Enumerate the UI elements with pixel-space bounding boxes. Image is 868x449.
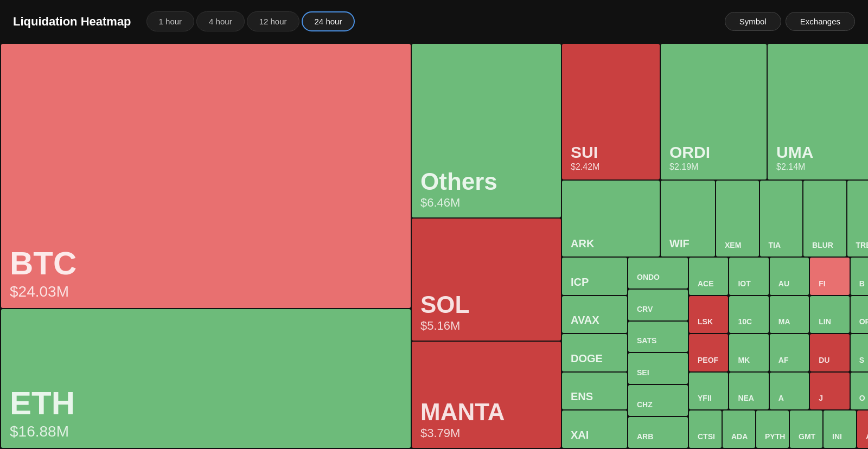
a-cell[interactable]: A — [770, 373, 809, 410]
xai-label: XAI — [571, 429, 618, 440]
af-label: AF — [778, 356, 800, 364]
au-cell[interactable]: AU — [770, 258, 809, 295]
fi-label: FI — [819, 280, 840, 287]
others-label: Others — [420, 170, 552, 194]
mk-label: MK — [738, 356, 760, 364]
ordi-value: $2.19M — [669, 162, 758, 172]
wif-cell[interactable]: WIF — [661, 181, 715, 256]
wif-label: WIF — [669, 238, 706, 249]
ordi-label: ORDI — [669, 144, 758, 161]
symbol-button[interactable]: Symbol — [725, 12, 781, 31]
avax-cell[interactable]: AVAX — [562, 296, 627, 333]
op-label: OP — [859, 318, 868, 325]
ondo-cell[interactable]: ONDO — [628, 258, 688, 288]
sol-cell[interactable]: SOL $5.16M — [412, 219, 561, 341]
eth-label: ETH — [10, 387, 402, 420]
blur-cell[interactable]: BLUR — [803, 181, 846, 256]
lin-cell[interactable]: LIN — [810, 296, 849, 333]
ace-cell[interactable]: ACE — [689, 258, 728, 295]
uma-cell[interactable]: UMA $2.14M — [768, 44, 868, 179]
tab-12hour[interactable]: 12 hour — [247, 11, 299, 31]
ens-label: ENS — [571, 391, 618, 402]
xem-cell[interactable]: XEM — [716, 181, 759, 256]
nea-label: NEA — [738, 394, 760, 402]
fi-cell[interactable]: FI — [810, 258, 849, 295]
icp-label: ICP — [571, 277, 618, 287]
b-cell[interactable]: B — [851, 258, 868, 295]
ma-label: MA — [778, 318, 800, 325]
peof-cell[interactable]: PEOF — [689, 334, 728, 371]
ada-cell[interactable]: ADA — [723, 410, 755, 448]
sats-cell[interactable]: SATS — [628, 322, 688, 352]
toc-cell[interactable]: 10C — [729, 296, 768, 333]
btc-label: BTC — [10, 247, 402, 280]
a-label: A — [778, 394, 800, 402]
nea-cell[interactable]: NEA — [729, 373, 768, 410]
ctsi-cell[interactable]: CTSI — [689, 410, 722, 448]
xai-cell[interactable]: XAI — [562, 410, 627, 448]
o-cell[interactable]: O — [851, 373, 868, 410]
peof-label: PEOF — [698, 356, 719, 364]
iot-label: IOT — [738, 280, 760, 287]
sol-label: SOL — [420, 293, 552, 317]
ace-label: ACE — [698, 280, 719, 287]
lin-label: LIN — [819, 318, 840, 325]
gmt-label: GMT — [799, 433, 814, 440]
ax-label: AX — [866, 433, 868, 440]
chz-cell[interactable]: CHZ — [628, 385, 688, 416]
yfii-cell[interactable]: YFII — [689, 373, 728, 410]
tia-label: TIA — [769, 241, 794, 249]
mk-cell[interactable]: MK — [729, 334, 768, 371]
others-cell[interactable]: Others $6.46M — [412, 44, 561, 217]
op-cell[interactable]: OP — [851, 296, 868, 333]
avax-label: AVAX — [571, 315, 618, 325]
sol-value: $5.16M — [420, 319, 552, 333]
ark-cell[interactable]: ARK — [562, 181, 660, 256]
pyth-cell[interactable]: PYTH — [756, 410, 789, 448]
ma-cell[interactable]: MA — [770, 296, 809, 333]
sui-label: SUI — [571, 144, 651, 161]
tab-4hour[interactable]: 4 hour — [196, 11, 245, 31]
sui-cell[interactable]: SUI $2.42M — [562, 44, 660, 179]
page-title: Liquidation Heatmap — [13, 15, 131, 29]
j-label: J — [819, 394, 840, 402]
left-column: BTC $24.03M ETH $16.88M — [1, 44, 411, 448]
uma-value: $2.14M — [776, 162, 868, 172]
crv-cell[interactable]: CRV — [628, 290, 688, 320]
eth-cell[interactable]: ETH $16.88M — [1, 309, 411, 448]
ax-cell[interactable]: AX — [857, 410, 868, 448]
doge-cell[interactable]: DOGE — [562, 334, 627, 371]
crv-label: CRV — [637, 305, 679, 313]
tab-1hour[interactable]: 1 hour — [146, 11, 195, 31]
ini-label: INI — [832, 433, 847, 440]
blur-label: BLUR — [812, 241, 838, 249]
sei-cell[interactable]: SEI — [628, 353, 688, 384]
doge-label: DOGE — [571, 353, 618, 364]
iot-cell[interactable]: IOT — [729, 258, 768, 295]
tab-24hour[interactable]: 24 hour — [302, 11, 355, 31]
lsk-cell[interactable]: LSK — [689, 296, 728, 333]
ondo-label: ONDO — [637, 273, 679, 281]
icp-cell[interactable]: ICP — [562, 258, 627, 295]
manta-cell[interactable]: MANTA $3.79M — [412, 342, 561, 448]
right-buttons: Symbol Exchanges — [725, 12, 855, 31]
gmt-cell[interactable]: GMT — [790, 410, 822, 448]
exchanges-button[interactable]: Exchanges — [786, 12, 855, 31]
sui-value: $2.42M — [571, 162, 651, 172]
du-label: DU — [819, 356, 840, 364]
s-cell[interactable]: S — [851, 334, 868, 371]
af-cell[interactable]: AF — [770, 334, 809, 371]
eth-value: $16.88M — [10, 423, 402, 440]
btc-cell[interactable]: BTC $24.03M — [1, 44, 411, 308]
du-cell[interactable]: DU — [810, 334, 849, 371]
ordi-cell[interactable]: ORDI $2.19M — [661, 44, 767, 179]
ens-cell[interactable]: ENS — [562, 373, 627, 410]
tia-cell[interactable]: TIA — [760, 181, 803, 256]
chz-label: CHZ — [637, 401, 679, 408]
arb-cell[interactable]: ARB — [628, 417, 688, 448]
j-cell[interactable]: J — [810, 373, 849, 410]
ini-cell[interactable]: INI — [824, 410, 856, 448]
right-column: SUI $2.42M ORDI $2.19M UMA $2.14M ARK — [562, 44, 868, 448]
trb-cell[interactable]: TRB — [847, 181, 868, 256]
xem-label: XEM — [725, 241, 750, 249]
